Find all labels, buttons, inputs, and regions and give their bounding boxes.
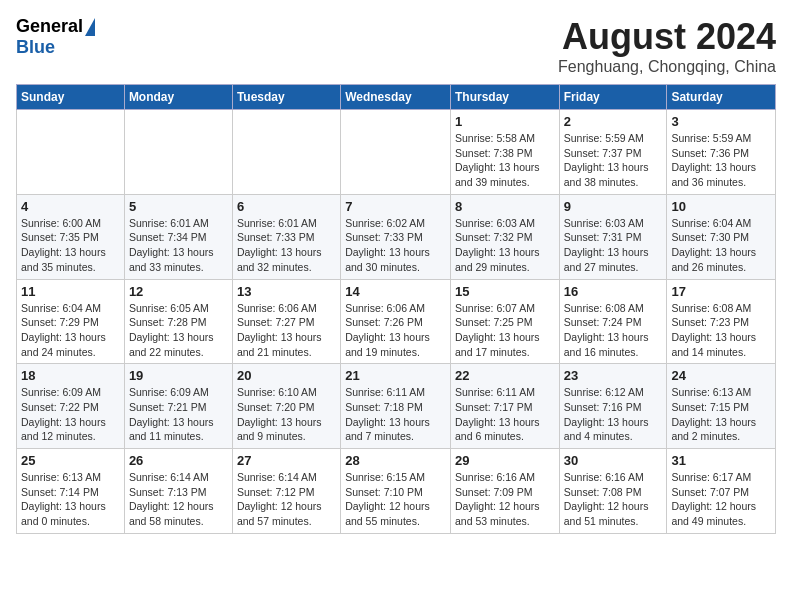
logo: General Blue: [16, 16, 95, 58]
calendar-cell: 22Sunrise: 6:11 AM Sunset: 7:17 PM Dayli…: [450, 364, 559, 449]
day-number: 19: [129, 368, 228, 383]
day-number: 28: [345, 453, 446, 468]
day-number: 22: [455, 368, 555, 383]
day-number: 25: [21, 453, 120, 468]
day-info: Sunrise: 6:13 AM Sunset: 7:14 PM Dayligh…: [21, 470, 120, 529]
week-row-1: 1Sunrise: 5:58 AM Sunset: 7:38 PM Daylig…: [17, 110, 776, 195]
day-info: Sunrise: 5:58 AM Sunset: 7:38 PM Dayligh…: [455, 131, 555, 190]
calendar-cell: 6Sunrise: 6:01 AM Sunset: 7:33 PM Daylig…: [232, 194, 340, 279]
day-number: 6: [237, 199, 336, 214]
calendar-cell: 12Sunrise: 6:05 AM Sunset: 7:28 PM Dayli…: [124, 279, 232, 364]
day-info: Sunrise: 6:11 AM Sunset: 7:17 PM Dayligh…: [455, 385, 555, 444]
day-info: Sunrise: 6:03 AM Sunset: 7:32 PM Dayligh…: [455, 216, 555, 275]
calendar-cell: 17Sunrise: 6:08 AM Sunset: 7:23 PM Dayli…: [667, 279, 776, 364]
calendar-cell: 14Sunrise: 6:06 AM Sunset: 7:26 PM Dayli…: [341, 279, 451, 364]
calendar-cell: [232, 110, 340, 195]
day-number: 12: [129, 284, 228, 299]
calendar-cell: 16Sunrise: 6:08 AM Sunset: 7:24 PM Dayli…: [559, 279, 667, 364]
logo-general: General: [16, 16, 83, 37]
day-info: Sunrise: 6:00 AM Sunset: 7:35 PM Dayligh…: [21, 216, 120, 275]
day-info: Sunrise: 6:11 AM Sunset: 7:18 PM Dayligh…: [345, 385, 446, 444]
day-number: 15: [455, 284, 555, 299]
week-row-4: 18Sunrise: 6:09 AM Sunset: 7:22 PM Dayli…: [17, 364, 776, 449]
logo-blue: Blue: [16, 37, 55, 58]
day-number: 7: [345, 199, 446, 214]
calendar-cell: 24Sunrise: 6:13 AM Sunset: 7:15 PM Dayli…: [667, 364, 776, 449]
day-number: 30: [564, 453, 663, 468]
weekday-header-row: SundayMondayTuesdayWednesdayThursdayFrid…: [17, 85, 776, 110]
calendar-cell: 3Sunrise: 5:59 AM Sunset: 7:36 PM Daylig…: [667, 110, 776, 195]
day-info: Sunrise: 6:14 AM Sunset: 7:13 PM Dayligh…: [129, 470, 228, 529]
calendar-cell: 20Sunrise: 6:10 AM Sunset: 7:20 PM Dayli…: [232, 364, 340, 449]
calendar-cell: 13Sunrise: 6:06 AM Sunset: 7:27 PM Dayli…: [232, 279, 340, 364]
calendar-cell: 27Sunrise: 6:14 AM Sunset: 7:12 PM Dayli…: [232, 449, 340, 534]
day-info: Sunrise: 6:09 AM Sunset: 7:22 PM Dayligh…: [21, 385, 120, 444]
calendar-title: August 2024: [558, 16, 776, 58]
day-number: 5: [129, 199, 228, 214]
calendar-cell: 10Sunrise: 6:04 AM Sunset: 7:30 PM Dayli…: [667, 194, 776, 279]
day-number: 18: [21, 368, 120, 383]
day-number: 8: [455, 199, 555, 214]
calendar-cell: 19Sunrise: 6:09 AM Sunset: 7:21 PM Dayli…: [124, 364, 232, 449]
day-number: 4: [21, 199, 120, 214]
day-number: 1: [455, 114, 555, 129]
calendar-cell: 28Sunrise: 6:15 AM Sunset: 7:10 PM Dayli…: [341, 449, 451, 534]
day-info: Sunrise: 6:12 AM Sunset: 7:16 PM Dayligh…: [564, 385, 663, 444]
day-info: Sunrise: 6:02 AM Sunset: 7:33 PM Dayligh…: [345, 216, 446, 275]
day-number: 16: [564, 284, 663, 299]
day-info: Sunrise: 6:17 AM Sunset: 7:07 PM Dayligh…: [671, 470, 771, 529]
weekday-header-monday: Monday: [124, 85, 232, 110]
calendar-cell: 25Sunrise: 6:13 AM Sunset: 7:14 PM Dayli…: [17, 449, 125, 534]
calendar-cell: 11Sunrise: 6:04 AM Sunset: 7:29 PM Dayli…: [17, 279, 125, 364]
calendar-table: SundayMondayTuesdayWednesdayThursdayFrid…: [16, 84, 776, 534]
calendar-cell: [124, 110, 232, 195]
weekday-header-friday: Friday: [559, 85, 667, 110]
calendar-cell: 29Sunrise: 6:16 AM Sunset: 7:09 PM Dayli…: [450, 449, 559, 534]
day-number: 29: [455, 453, 555, 468]
weekday-header-tuesday: Tuesday: [232, 85, 340, 110]
day-number: 24: [671, 368, 771, 383]
day-number: 26: [129, 453, 228, 468]
calendar-cell: 15Sunrise: 6:07 AM Sunset: 7:25 PM Dayli…: [450, 279, 559, 364]
day-info: Sunrise: 6:08 AM Sunset: 7:23 PM Dayligh…: [671, 301, 771, 360]
day-info: Sunrise: 6:07 AM Sunset: 7:25 PM Dayligh…: [455, 301, 555, 360]
day-number: 27: [237, 453, 336, 468]
calendar-cell: [341, 110, 451, 195]
calendar-cell: 4Sunrise: 6:00 AM Sunset: 7:35 PM Daylig…: [17, 194, 125, 279]
weekday-header-wednesday: Wednesday: [341, 85, 451, 110]
calendar-cell: 1Sunrise: 5:58 AM Sunset: 7:38 PM Daylig…: [450, 110, 559, 195]
day-number: 20: [237, 368, 336, 383]
calendar-subtitle: Fenghuang, Chongqing, China: [558, 58, 776, 76]
day-info: Sunrise: 6:01 AM Sunset: 7:33 PM Dayligh…: [237, 216, 336, 275]
calendar-cell: 5Sunrise: 6:01 AM Sunset: 7:34 PM Daylig…: [124, 194, 232, 279]
title-block: August 2024 Fenghuang, Chongqing, China: [558, 16, 776, 76]
day-info: Sunrise: 6:01 AM Sunset: 7:34 PM Dayligh…: [129, 216, 228, 275]
day-number: 10: [671, 199, 771, 214]
calendar-cell: 23Sunrise: 6:12 AM Sunset: 7:16 PM Dayli…: [559, 364, 667, 449]
day-info: Sunrise: 6:15 AM Sunset: 7:10 PM Dayligh…: [345, 470, 446, 529]
calendar-cell: 2Sunrise: 5:59 AM Sunset: 7:37 PM Daylig…: [559, 110, 667, 195]
day-info: Sunrise: 5:59 AM Sunset: 7:36 PM Dayligh…: [671, 131, 771, 190]
day-number: 14: [345, 284, 446, 299]
page-header: General Blue August 2024 Fenghuang, Chon…: [16, 16, 776, 76]
day-number: 21: [345, 368, 446, 383]
weekday-header-thursday: Thursday: [450, 85, 559, 110]
week-row-3: 11Sunrise: 6:04 AM Sunset: 7:29 PM Dayli…: [17, 279, 776, 364]
day-info: Sunrise: 6:04 AM Sunset: 7:29 PM Dayligh…: [21, 301, 120, 360]
day-number: 9: [564, 199, 663, 214]
day-info: Sunrise: 6:14 AM Sunset: 7:12 PM Dayligh…: [237, 470, 336, 529]
day-number: 13: [237, 284, 336, 299]
day-info: Sunrise: 6:09 AM Sunset: 7:21 PM Dayligh…: [129, 385, 228, 444]
day-number: 2: [564, 114, 663, 129]
day-info: Sunrise: 6:16 AM Sunset: 7:08 PM Dayligh…: [564, 470, 663, 529]
day-info: Sunrise: 6:04 AM Sunset: 7:30 PM Dayligh…: [671, 216, 771, 275]
logo-triangle-icon: [85, 18, 95, 36]
day-info: Sunrise: 6:10 AM Sunset: 7:20 PM Dayligh…: [237, 385, 336, 444]
weekday-header-sunday: Sunday: [17, 85, 125, 110]
day-info: Sunrise: 6:08 AM Sunset: 7:24 PM Dayligh…: [564, 301, 663, 360]
calendar-cell: 31Sunrise: 6:17 AM Sunset: 7:07 PM Dayli…: [667, 449, 776, 534]
calendar-cell: 9Sunrise: 6:03 AM Sunset: 7:31 PM Daylig…: [559, 194, 667, 279]
day-number: 17: [671, 284, 771, 299]
week-row-2: 4Sunrise: 6:00 AM Sunset: 7:35 PM Daylig…: [17, 194, 776, 279]
calendar-cell: 8Sunrise: 6:03 AM Sunset: 7:32 PM Daylig…: [450, 194, 559, 279]
